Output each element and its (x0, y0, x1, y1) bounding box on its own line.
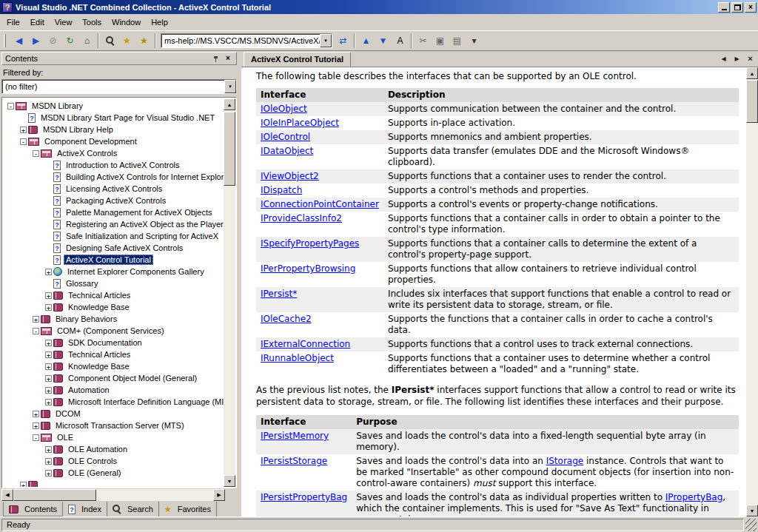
expand-icon[interactable]: + (44, 446, 53, 453)
interface-link[interactable]: IOleObject (261, 104, 307, 114)
scrollbar-thumb[interactable] (13, 489, 96, 501)
tree-item[interactable]: -Component Development (3, 135, 224, 147)
expand-icon[interactable]: + (19, 482, 28, 488)
expand-icon[interactable]: + (31, 411, 41, 417)
interface-link[interactable]: IDataObject (261, 146, 313, 156)
auto-hide-pin-button[interactable] (210, 54, 221, 64)
tab-favorites[interactable]: ★Favorites (159, 502, 217, 516)
tree-item[interactable]: +OLE Controls (3, 455, 224, 467)
tree-vertical-scrollbar[interactable]: ▲ ▼ (224, 98, 235, 487)
tree-item[interactable]: +SDK Documentation (3, 337, 224, 349)
tree-item[interactable]: ?Designing Safe ActiveX Controls (3, 242, 224, 254)
scrollbar-track[interactable] (13, 489, 213, 501)
scrollbar-thumb[interactable] (746, 80, 758, 123)
tree-item[interactable]: +OLE (General) (3, 467, 224, 479)
tree-item[interactable]: +OLE Automation (3, 443, 224, 455)
scroll-left-button[interactable]: ◀ (1, 489, 13, 501)
toolbar-gripper[interactable] (4, 34, 6, 47)
tree-item[interactable]: +Automation (3, 384, 224, 396)
tree-item[interactable]: ?Glossary (3, 277, 224, 289)
interface-link[interactable]: IConnectionPointContainer (261, 199, 379, 209)
address-value[interactable]: ms-help://MS.VSCC/MS.MSDNVS/ActiveX/w (161, 34, 320, 47)
interface-link[interactable]: IOleCache2 (261, 314, 312, 324)
expand-icon[interactable]: + (31, 422, 41, 429)
tree-item[interactable]: +Knowledge Base (3, 301, 224, 313)
tree-item[interactable]: ?Safe Initialization and Scripting for A… (3, 230, 224, 242)
tab-index[interactable]: ?Index (63, 502, 107, 516)
scroll-up-button[interactable]: ▲ (224, 98, 235, 110)
tree-item[interactable]: +Internet Explorer Components Gallery (3, 266, 224, 277)
scroll-tabs-right-button[interactable]: ▶ (731, 53, 742, 64)
paste-button[interactable]: ▤ (449, 33, 466, 49)
back-button[interactable]: ◀ (10, 33, 27, 49)
filter-dropdown-button[interactable]: ▼ (224, 80, 236, 93)
filter-value[interactable]: (no filter) (2, 80, 224, 93)
tree-item[interactable]: ?MSDN Library Start Page for Visual Stud… (3, 112, 224, 124)
tree-item[interactable]: ?Registering an ActiveX Object as the Pl… (3, 218, 224, 230)
expand-icon[interactable]: + (44, 292, 53, 299)
link-istorage[interactable]: IStorage (546, 456, 584, 466)
link-ipropertybag[interactable]: IPropertyBag (665, 492, 723, 502)
close-button[interactable]: × (745, 2, 757, 13)
expand-icon[interactable]: + (44, 375, 53, 382)
copy-button[interactable]: ▣ (432, 33, 449, 49)
expand-icon[interactable]: + (44, 351, 53, 358)
tree-item[interactable]: ?Licensing ActiveX Controls (3, 183, 224, 195)
expand-icon[interactable]: + (44, 304, 53, 311)
expand-icon[interactable]: + (44, 470, 53, 477)
interface-link[interactable]: IProvideClassInfo2 (261, 213, 342, 223)
font-button[interactable]: A (392, 33, 409, 49)
collapse-icon[interactable]: - (31, 434, 41, 441)
tree-item[interactable]: +Technical Articles (3, 289, 224, 301)
document-vertical-scrollbar[interactable]: ▲ ▼ (746, 67, 758, 516)
tree-horizontal-scrollbar[interactable]: ◀ ▶ (1, 489, 237, 501)
expand-icon[interactable]: + (19, 127, 28, 133)
menu-help[interactable]: Help (146, 16, 173, 30)
interface-link[interactable]: IViewObject2 (261, 171, 319, 181)
interface-link[interactable]: IRunnableObject (261, 353, 334, 363)
tree-item[interactable]: -OLE (3, 431, 224, 443)
interface-link[interactable]: ISpecifyPropertyPages (261, 238, 359, 249)
expand-icon[interactable]: + (44, 387, 53, 394)
menu-tools[interactable]: Tools (77, 16, 107, 30)
next-topic-button[interactable]: ▼ (375, 33, 392, 49)
expand-icon[interactable]: + (44, 269, 53, 275)
scroll-down-button[interactable]: ▼ (224, 475, 235, 487)
tree-item[interactable]: ?Introduction to ActiveX Controls (3, 159, 224, 171)
interface-link[interactable]: IPersistMemory (261, 431, 329, 441)
expand-icon[interactable]: + (44, 399, 53, 405)
interface-link[interactable]: IPersistPropertyBag (261, 492, 347, 502)
tab-search[interactable]: Search (107, 502, 159, 516)
restore-button[interactable] (731, 2, 743, 13)
collapse-icon[interactable]: - (19, 138, 28, 145)
tree-item[interactable]: +Microsoft Interface Definition Language… (3, 396, 224, 408)
menu-edit[interactable]: Edit (25, 16, 50, 30)
document-tab[interactable]: ActiveX Control Tutorial (244, 52, 351, 67)
tree-item[interactable]: +Component Object Model (General) (3, 372, 224, 384)
cut-button[interactable]: ✂ (415, 33, 432, 49)
tree-item[interactable]: -MSDN Library (3, 100, 224, 112)
scroll-tabs-left-button[interactable]: ◀ (718, 53, 729, 64)
tree-item[interactable]: + (3, 479, 224, 487)
expand-icon[interactable]: + (31, 316, 41, 323)
scroll-up-button[interactable]: ▲ (746, 67, 758, 79)
filter-combo[interactable]: (no filter) ▼ (1, 79, 237, 94)
expand-icon[interactable]: + (44, 363, 53, 370)
tree-item[interactable]: +MSDN Library Help (3, 124, 224, 135)
tree-item[interactable]: ?Building ActiveX Controls for Internet … (3, 171, 224, 183)
tree-item[interactable]: +Technical Articles (3, 349, 224, 360)
scroll-down-button[interactable]: ▼ (746, 505, 758, 516)
menu-view[interactable]: View (50, 16, 78, 30)
stop-button[interactable]: ⊘ (44, 33, 61, 49)
expand-icon[interactable]: + (44, 458, 53, 465)
interface-link[interactable]: IExternalConnection (261, 339, 350, 349)
tree-item[interactable]: ?Packaging ActiveX Controls (3, 195, 224, 206)
add-favorite-button[interactable]: ★ (118, 33, 135, 49)
interface-link[interactable]: IOleInPlaceObject (261, 118, 339, 128)
interface-link[interactable]: IOleControl (261, 132, 310, 142)
forward-button[interactable]: ▶ (27, 33, 44, 49)
address-dropdown-button[interactable]: ▼ (320, 34, 332, 47)
tree-item[interactable]: +Binary Behaviors (3, 313, 224, 325)
collapse-icon[interactable]: - (6, 103, 16, 110)
interface-link[interactable]: IDispatch (261, 185, 302, 195)
